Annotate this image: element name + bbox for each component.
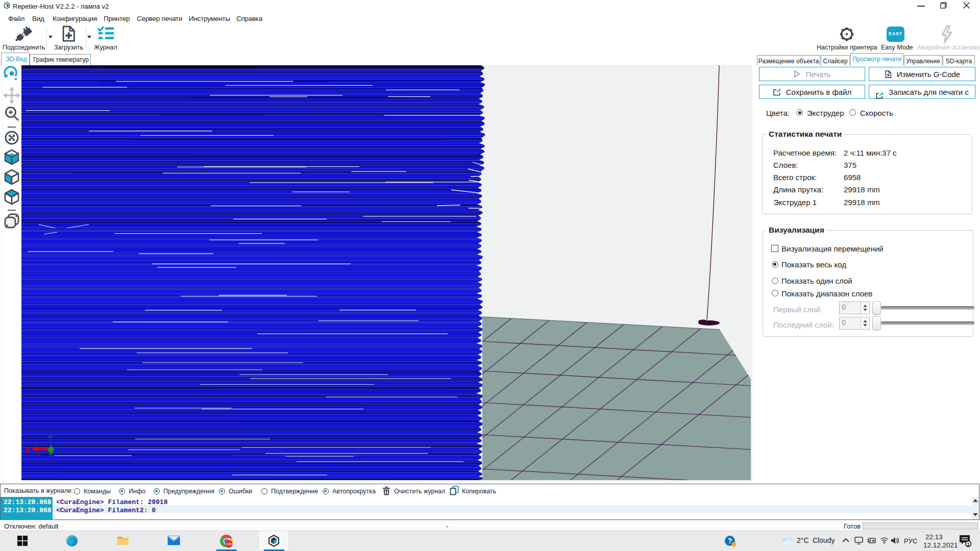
svg-text:1: 1 — [967, 541, 970, 547]
svg-text:?: ? — [728, 537, 732, 545]
svg-text:X: X — [25, 446, 30, 454]
svg-text:CR: CR — [226, 542, 232, 546]
